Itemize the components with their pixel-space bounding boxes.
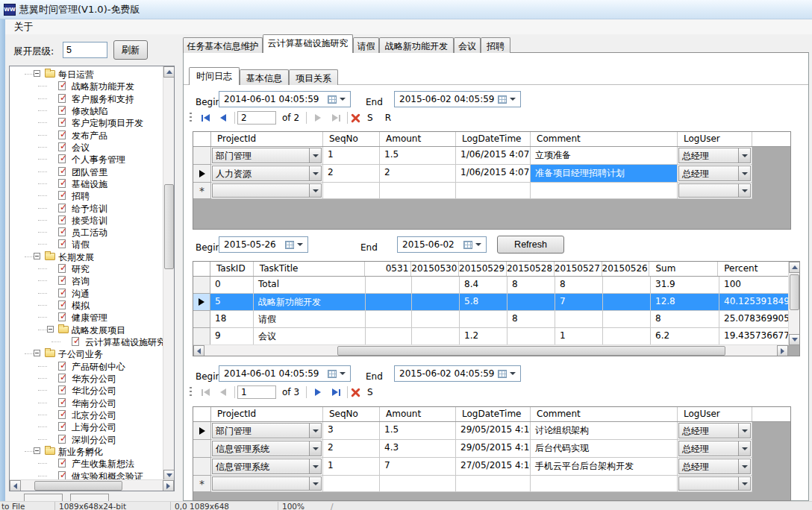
- begin-datetime-picker-3[interactable]: 2014-06-01 04:05:59: [219, 365, 351, 382]
- tab-招聘[interactable]: 招聘: [481, 37, 510, 53]
- scroll-left-icon[interactable]: [10, 480, 21, 491]
- data-cell[interactable]: 8: [508, 311, 555, 328]
- data-cell[interactable]: 31.9: [651, 277, 719, 294]
- toolbar-grip-icon[interactable]: [190, 113, 192, 123]
- comment-cell[interactable]: 后台代码实现: [531, 440, 678, 458]
- project-combo-cell[interactable]: 信息管理系统: [211, 458, 323, 476]
- amount-cell[interactable]: [380, 476, 456, 492]
- tree-item[interactable]: 产生收集新想法: [10, 457, 164, 469]
- delete-record-icon[interactable]: [350, 387, 361, 398]
- tree-item[interactable]: 每日运营: [10, 68, 164, 80]
- tree-item[interactable]: 客户服务和支持: [10, 92, 164, 104]
- seqno-cell[interactable]: [323, 183, 380, 199]
- data-cell[interactable]: [555, 311, 603, 328]
- tree-item[interactable]: 云计算基础设施研究: [10, 336, 164, 347]
- data-cell[interactable]: [412, 294, 460, 311]
- tree-item[interactable]: 战略新功能开发: [10, 80, 164, 92]
- data-cell[interactable]: 12.8: [651, 294, 719, 311]
- tree-item[interactable]: 客户定制项目开发: [10, 116, 164, 128]
- column-header-Amount[interactable]: Amount: [380, 407, 456, 421]
- column-header-0531[interactable]: 0531: [365, 262, 411, 276]
- end-date-picker-2[interactable]: 2015-06-02: [397, 236, 487, 253]
- data-cell[interactable]: 5.8: [460, 294, 508, 311]
- tree-item[interactable]: 战略发展项目: [10, 324, 164, 336]
- combo-dropdown-icon[interactable]: [738, 441, 751, 456]
- column-header-LogDateTime[interactable]: LogDateTime: [456, 132, 531, 146]
- logdatetime-cell[interactable]: [456, 183, 531, 199]
- loguser-combo-cell[interactable]: [678, 183, 752, 199]
- collapse-icon[interactable]: [34, 447, 40, 454]
- tree-item[interactable]: 给予培训: [10, 202, 164, 214]
- save-button-1[interactable]: S: [361, 113, 379, 123]
- delete-record-icon[interactable]: [350, 113, 361, 124]
- seqno-cell[interactable]: 2: [323, 165, 380, 183]
- row-header-cell[interactable]: [193, 147, 211, 165]
- move-first-icon[interactable]: [196, 110, 214, 125]
- data-cell[interactable]: [603, 294, 651, 311]
- data-cell[interactable]: 8: [651, 311, 719, 328]
- column-header-ProjectId[interactable]: ProjectId: [211, 132, 323, 146]
- combo-dropdown-icon[interactable]: [309, 148, 322, 163]
- tree-item[interactable]: 华东分公司: [10, 372, 164, 384]
- data-cell[interactable]: [412, 277, 460, 294]
- tree-item[interactable]: 模拟: [10, 299, 164, 311]
- move-previous-icon[interactable]: [214, 385, 232, 400]
- column-header-ProjectId[interactable]: ProjectId: [211, 407, 323, 421]
- combo-dropdown-icon[interactable]: [309, 423, 322, 438]
- collapse-icon[interactable]: [34, 253, 40, 259]
- data-cell[interactable]: [366, 277, 412, 294]
- tree-item[interactable]: 会议: [10, 141, 164, 153]
- data-cell[interactable]: [412, 311, 460, 328]
- nav-position-input-3[interactable]: 1: [237, 385, 276, 399]
- tree-item[interactable]: 子公司业务: [10, 347, 164, 359]
- data-cell[interactable]: [366, 311, 412, 328]
- data-cell[interactable]: [603, 311, 651, 328]
- comment-cell[interactable]: [531, 183, 678, 199]
- row-header-cell[interactable]: *: [193, 476, 211, 492]
- project-combo-cell[interactable]: [211, 183, 323, 199]
- grid-hscroll-thumb[interactable]: [337, 346, 725, 356]
- tree-item[interactable]: 接受培训: [10, 214, 164, 226]
- comment-cell[interactable]: 讨论组织架构: [531, 422, 678, 440]
- move-last-icon[interactable]: [327, 385, 345, 400]
- column-header-20150530[interactable]: 20150530: [411, 262, 459, 276]
- data-cell[interactable]: 18: [210, 311, 254, 328]
- begin-datetime-picker-1[interactable]: 2014-06-01 04:05:59: [219, 91, 351, 107]
- column-header-Comment[interactable]: Comment: [531, 407, 678, 421]
- data-cell[interactable]: 战略新功能开发: [254, 294, 366, 311]
- tab-任务基本信息维护[interactable]: 任务基本信息维护: [183, 37, 263, 53]
- row-header-cell[interactable]: [193, 311, 210, 328]
- data-cell[interactable]: 0: [210, 277, 254, 294]
- data-cell[interactable]: 1: [555, 328, 603, 345]
- scroll-right-icon[interactable]: [163, 480, 174, 491]
- tree-vscrollbar[interactable]: [163, 66, 174, 481]
- project-combo-cell[interactable]: [211, 476, 323, 492]
- tree-item[interactable]: 北京分公司: [10, 409, 164, 421]
- amount-cell[interactable]: 1.5: [380, 147, 456, 165]
- row-header-cell[interactable]: *: [193, 183, 211, 199]
- loguser-combo-cell[interactable]: [678, 476, 752, 492]
- tree-item[interactable]: 华南分公司: [10, 397, 164, 409]
- data-cell[interactable]: 1.2: [460, 328, 508, 345]
- scroll-up-icon[interactable]: [789, 262, 800, 273]
- data-cell[interactable]: 8: [508, 277, 555, 294]
- menu-about[interactable]: 关于: [5, 19, 42, 35]
- data-cell[interactable]: 40.12539184952...: [719, 294, 790, 311]
- data-cell[interactable]: [366, 328, 412, 345]
- logdatetime-cell[interactable]: 27/05/2015 4:10...: [456, 458, 531, 476]
- seqno-cell[interactable]: 3: [323, 422, 380, 440]
- loguser-combo-cell[interactable]: 总经理: [678, 440, 752, 458]
- grid-vscrollbar[interactable]: [788, 262, 799, 345]
- tree-item[interactable]: 深圳分公司: [10, 433, 164, 445]
- window-titlebar[interactable]: WW 慧翼时间管理(V1.0)-免费版: [0, 0, 812, 19]
- tree-item[interactable]: 健康管理: [10, 311, 164, 323]
- subtab-时间日志[interactable]: 时间日志: [189, 67, 240, 85]
- loguser-combo-cell[interactable]: 总经理: [678, 458, 752, 476]
- move-next-icon[interactable]: [309, 385, 327, 400]
- subtab-基本信息[interactable]: 基本信息: [240, 69, 289, 85]
- tree-item[interactable]: 咨询: [10, 274, 164, 286]
- data-cell[interactable]: 19.43573667711...: [719, 328, 790, 345]
- move-first-icon[interactable]: [196, 385, 214, 400]
- column-header-Percent[interactable]: Percent: [718, 262, 789, 276]
- comment-cell[interactable]: 立项准备: [531, 147, 678, 165]
